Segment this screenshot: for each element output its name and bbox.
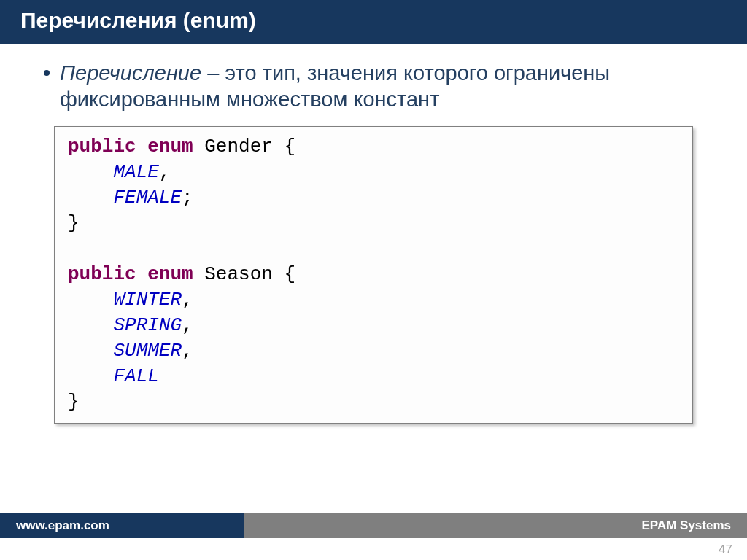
- bullet-text: Перечисление – это тип, значения которог…: [60, 60, 703, 113]
- footer-url: www.epam.com: [0, 513, 244, 538]
- kw-enum-1: enum: [147, 136, 193, 158]
- page-number: 47: [719, 542, 732, 557]
- bullet-term: Перечисление: [60, 61, 201, 85]
- footer-company: EPAM Systems: [244, 513, 747, 538]
- bullet-item: Перечисление – это тип, значения которог…: [44, 60, 703, 113]
- content-area: Перечисление – это тип, значения которог…: [0, 44, 747, 424]
- slide-title: Перечисления (enum): [20, 8, 256, 33]
- comma-3: ,: [182, 314, 193, 336]
- semi-1: ;: [182, 187, 193, 209]
- close-2: }: [68, 391, 80, 413]
- enum-name-1: Gender {: [193, 136, 295, 158]
- kw-public-2: public: [68, 263, 136, 285]
- enum-val-fall: FALL: [113, 365, 158, 387]
- enum-val-summer: SUMMER: [113, 340, 182, 362]
- bullet-dot-icon: [44, 70, 50, 76]
- title-bar: Перечисления (enum): [0, 0, 747, 44]
- close-1: }: [68, 212, 80, 234]
- enum-val-male: MALE: [113, 161, 158, 183]
- enum-name-2: Season {: [193, 263, 295, 285]
- code-block: public enum Gender { MALE, FEMALE; } pub…: [54, 126, 693, 424]
- kw-enum-2: enum: [147, 263, 193, 285]
- footer-bar: www.epam.com EPAM Systems: [0, 513, 747, 538]
- comma-2: ,: [182, 289, 193, 311]
- kw-public-1: public: [68, 136, 136, 158]
- comma-1: ,: [159, 161, 171, 183]
- enum-val-winter: WINTER: [113, 289, 182, 311]
- comma-4: ,: [182, 340, 193, 362]
- enum-val-female: FEMALE: [113, 187, 182, 209]
- enum-val-spring: SPRING: [113, 314, 182, 336]
